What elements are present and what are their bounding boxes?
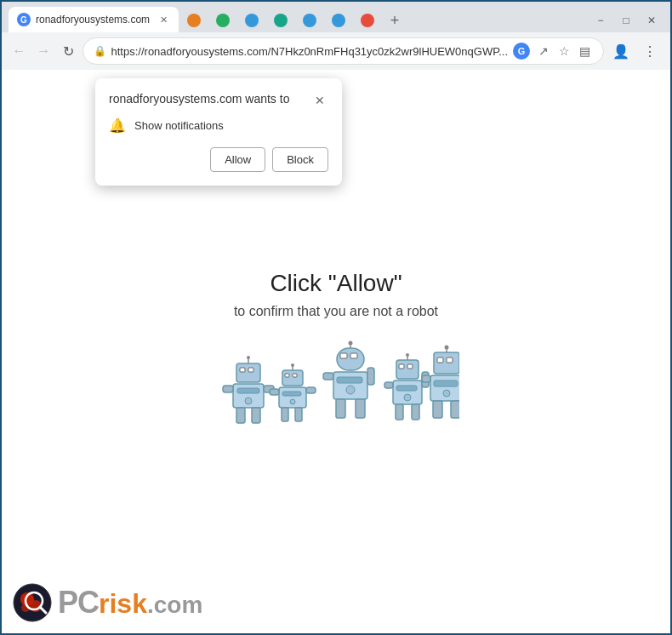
- share-icon[interactable]: ↗: [535, 43, 552, 60]
- popup-title: ronadforyousystems.com wants to: [109, 92, 289, 106]
- forward-button[interactable]: →: [33, 37, 54, 65]
- tab6-favicon: [303, 14, 316, 27]
- popup-close-button[interactable]: ✕: [311, 92, 328, 109]
- svg-rect-32: [336, 399, 345, 418]
- click-allow-subtext: to confirm that you are not a robot: [213, 304, 459, 319]
- tab-bar: G ronadforyousystems.com ✕ + −: [2, 2, 670, 32]
- allow-button[interactable]: Allow: [210, 147, 265, 172]
- popup-header: ronadforyousystems.com wants to ✕: [109, 92, 328, 109]
- page-content: Click "Allow" to confirm that you are no…: [213, 270, 459, 450]
- com-text: .com: [147, 592, 202, 618]
- svg-rect-36: [396, 360, 419, 379]
- svg-rect-22: [270, 389, 279, 395]
- svg-rect-25: [340, 353, 347, 358]
- svg-point-52: [445, 346, 449, 350]
- svg-point-7: [245, 398, 252, 404]
- watermark-text: PCrisk.com: [58, 585, 202, 621]
- bookmark-star-icon[interactable]: ☆: [555, 43, 572, 60]
- url-text: https://ronadforyousystems.com/N7Hkz0nRm…: [111, 45, 508, 58]
- svg-rect-46: [384, 382, 393, 388]
- account-button[interactable]: 👤: [607, 37, 635, 65]
- tab-inactive-6[interactable]: [296, 9, 323, 32]
- pc-text: PC: [58, 585, 99, 620]
- tab-inactive-8[interactable]: [354, 9, 381, 32]
- svg-rect-14: [293, 374, 297, 377]
- svg-rect-26: [350, 353, 357, 358]
- new-tab-button[interactable]: +: [383, 9, 407, 32]
- tab7-favicon: [332, 14, 345, 27]
- tab-close-btn[interactable]: ✕: [157, 13, 170, 26]
- toolbar: ← → ↻ 🔒 https://ronadforyousystems.com/N…: [2, 32, 670, 70]
- svg-rect-10: [223, 386, 233, 392]
- svg-rect-8: [236, 408, 245, 423]
- pcrisk-logo: [12, 582, 53, 623]
- notification-popup: ronadforyousystems.com wants to ✕ 🔔 Show…: [95, 78, 342, 186]
- window-controls: − □ ✕: [589, 12, 663, 32]
- toolbar-right-icons: 👤 ⋮: [607, 37, 663, 65]
- block-button[interactable]: Block: [272, 147, 328, 172]
- svg-point-31: [346, 386, 355, 394]
- tab5-favicon: [274, 14, 288, 27]
- svg-rect-45: [412, 404, 419, 420]
- svg-rect-58: [422, 375, 430, 382]
- svg-rect-24: [337, 348, 364, 370]
- minimize-button[interactable]: −: [589, 12, 612, 29]
- tab8-favicon: [361, 14, 374, 27]
- tab-inactive-7[interactable]: [325, 9, 352, 32]
- back-button[interactable]: ←: [9, 37, 30, 65]
- tab-label: ronadforyousystems.com: [36, 14, 150, 26]
- svg-point-43: [404, 394, 411, 401]
- svg-rect-0: [236, 363, 260, 382]
- svg-rect-23: [306, 387, 316, 393]
- tab4-favicon: [245, 14, 259, 27]
- sidebar-toggle-icon[interactable]: ▤: [576, 43, 593, 60]
- svg-rect-13: [285, 374, 289, 377]
- tab-favicon: G: [17, 13, 31, 26]
- svg-rect-44: [396, 404, 403, 420]
- svg-rect-48: [434, 352, 459, 374]
- reload-button[interactable]: ↻: [58, 37, 79, 65]
- tab2-favicon: [187, 14, 201, 27]
- svg-rect-38: [407, 364, 413, 369]
- svg-rect-57: [451, 401, 459, 418]
- browser-window: G ronadforyousystems.com ✕ + −: [0, 0, 672, 635]
- svg-point-16: [291, 363, 294, 367]
- watermark: PCrisk.com: [12, 582, 202, 623]
- svg-point-28: [349, 341, 353, 346]
- svg-rect-2: [248, 368, 253, 372]
- popup-buttons: Allow Block: [109, 147, 328, 172]
- svg-rect-1: [240, 368, 245, 372]
- tab-inactive-3[interactable]: [209, 9, 236, 32]
- svg-rect-33: [356, 399, 365, 418]
- svg-rect-30: [337, 377, 362, 383]
- svg-rect-18: [282, 392, 301, 396]
- svg-rect-20: [282, 408, 288, 421]
- active-tab[interactable]: G ronadforyousystems.com ✕: [9, 7, 179, 32]
- svg-rect-56: [433, 401, 442, 418]
- menu-button[interactable]: ⋮: [636, 37, 663, 65]
- svg-rect-42: [396, 386, 417, 391]
- svg-rect-34: [323, 373, 333, 380]
- maximize-button[interactable]: □: [614, 12, 638, 29]
- tab3-favicon: [216, 14, 230, 27]
- bell-icon: 🔔: [109, 117, 126, 134]
- popup-notification-row: 🔔 Show notifications: [109, 117, 328, 134]
- svg-point-55: [443, 390, 450, 397]
- svg-rect-6: [237, 388, 259, 393]
- google-icon: G: [513, 43, 530, 60]
- tab-inactive-5[interactable]: [267, 9, 294, 32]
- lock-icon: 🔒: [94, 45, 106, 57]
- svg-rect-50: [447, 358, 453, 363]
- close-button[interactable]: ✕: [640, 12, 663, 29]
- svg-point-19: [290, 399, 295, 404]
- svg-point-40: [406, 353, 409, 357]
- svg-rect-35: [367, 368, 374, 385]
- address-bar[interactable]: 🔒 https://ronadforyousystems.com/N7Hkz0n…: [83, 37, 604, 65]
- svg-rect-9: [252, 408, 260, 423]
- content-area: ronadforyousystems.com wants to ✕ 🔔 Show…: [2, 70, 670, 633]
- svg-rect-21: [295, 408, 302, 421]
- tab-inactive-2[interactable]: [180, 9, 208, 32]
- risk-text: risk: [99, 588, 147, 619]
- tab-inactive-4[interactable]: [238, 9, 265, 32]
- popup-notification-text: Show notifications: [134, 119, 224, 132]
